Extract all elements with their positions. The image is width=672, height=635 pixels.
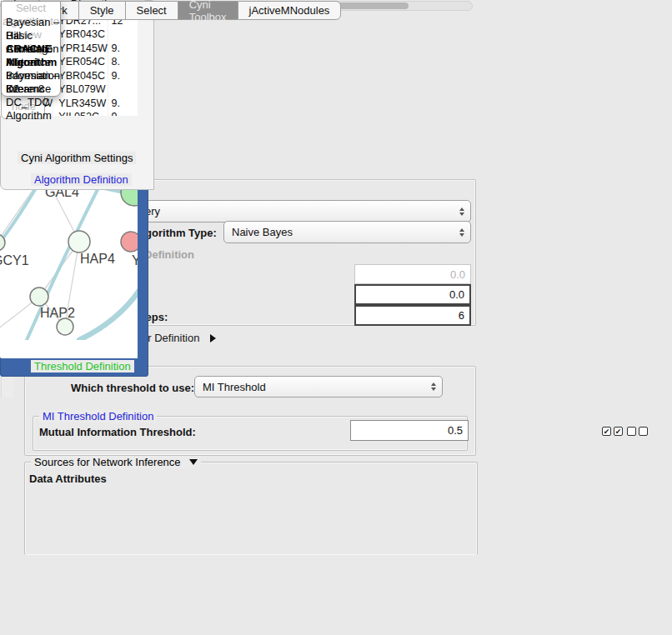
table-cell: YLR345W	[53, 97, 108, 111]
algorithm-dropdown-popup: Select algorithm to view settings Bayesi…	[1, 1, 61, 97]
threshold-definition-title: Threshold Definition	[31, 360, 134, 372]
table-cell: YER054C	[53, 55, 108, 69]
tab-label: Select	[137, 4, 167, 17]
kernel-width-field[interactable]: 0.0	[354, 264, 471, 284]
table-cell	[108, 82, 138, 97]
tab-label: Style	[90, 4, 114, 17]
table-cell: 9.	[108, 97, 138, 111]
mi-steps-field[interactable]: 6	[354, 305, 471, 326]
network-edge-highlighted	[79, 287, 138, 340]
table-cell: YBL079W	[53, 82, 108, 97]
table-cell: 9	[108, 110, 138, 116]
network-node-label: HAP4	[80, 252, 115, 266]
combo-arrows-icon	[459, 208, 464, 216]
mi-threshold-label: Mutual Information Threshold:	[39, 426, 196, 438]
table-cell: 8.	[108, 55, 138, 69]
algorithm-option-bayesian-k2[interactable]: Bayesian – K2	[2, 69, 60, 82]
mi-threshold-field[interactable]: 0.5	[350, 420, 469, 441]
table-cell	[108, 28, 138, 42]
which-threshold-select[interactable]: MI Threshold	[194, 376, 443, 398]
collapse-arrow-icon	[189, 459, 198, 465]
tab-label: Cyni Toolbox	[189, 0, 227, 23]
dpi-tolerance-field[interactable]: 0.0	[354, 284, 471, 305]
deselect-all-checkbox-icon[interactable]	[627, 427, 636, 436]
algorithm-option-bayesian-hill-climbing[interactable]: Bayesian – Hill Climbing	[2, 16, 60, 29]
network-node[interactable]	[57, 318, 73, 335]
table-cell: 9.	[108, 42, 138, 56]
aracne-mode-select[interactable]: Discovery	[104, 200, 471, 222]
mi-type-select[interactable]: Naive Bayes	[223, 221, 471, 243]
tab-jactivemnodules[interactable]: jActiveMNodules	[238, 1, 342, 20]
network-node[interactable]	[30, 288, 48, 306]
algorithm-option-dream8-dc-tdc-algorithm[interactable]: Dream8 DC_TDC Algorithm	[2, 82, 60, 96]
network-node[interactable]	[121, 232, 138, 252]
tab-cyni-toolbox[interactable]: Cyni Toolbox	[178, 1, 238, 20]
table-cell: YPR145W	[53, 42, 108, 56]
mi-threshold-group-title: MI Threshold Definition	[39, 410, 157, 422]
table-cell: YBR043C	[53, 28, 108, 42]
select-all-checkbox-icon[interactable]: ✔	[602, 427, 611, 436]
sources-group-toggle[interactable]: Sources for Network Inference	[31, 456, 201, 468]
tab-style[interactable]: Style	[78, 1, 125, 20]
algorithm-option-aracne-algorithm[interactable]: ARACNE Algorithm	[2, 42, 60, 56]
network-node-label: Y	[132, 253, 138, 268]
table-cell: YBR045C	[53, 69, 108, 83]
data-attributes-label: Data Attributes	[29, 472, 107, 485]
network-node-label: GCY1	[0, 253, 29, 268]
select-all-checkbox-icon[interactable]: ✔	[614, 427, 623, 436]
algorithm-option-basic-correlation-inference[interactable]: Basic Correlation Inference	[2, 29, 60, 42]
deselect-all-checkbox-icon[interactable]	[639, 427, 648, 436]
combo-arrows-icon	[431, 382, 436, 391]
combo-arrows-icon	[459, 228, 464, 237]
algorithm-definition-title: Algorithm Definition	[31, 173, 132, 186]
which-threshold-value: MI Threshold	[203, 381, 266, 393]
settings-group-title: Cyni Algorithm Settings	[18, 152, 136, 164]
popup-prompt: Select algorithm to view settings	[2, 2, 60, 16]
expand-arrow-icon	[210, 334, 216, 342]
tab-select[interactable]: Select	[125, 1, 178, 20]
sources-group-title: Sources for Network Inference	[34, 456, 181, 468]
table-cell: YIL052C	[53, 110, 108, 116]
network-node-label: HAP2	[40, 306, 75, 320]
tab-label: jActiveMNodules	[249, 4, 330, 17]
control-panel-window: Control Panel ✖ NetworkStyleSelectCyni T…	[0, 0, 2, 2]
table-cell: 9.	[108, 69, 138, 83]
which-threshold-label: Which threshold to use:	[71, 382, 194, 394]
popup-item-list: Bayesian – Hill ClimbingBasic Correlatio…	[2, 16, 60, 96]
mi-type-value: Naive Bayes	[232, 226, 293, 238]
network-node[interactable]	[68, 231, 90, 252]
